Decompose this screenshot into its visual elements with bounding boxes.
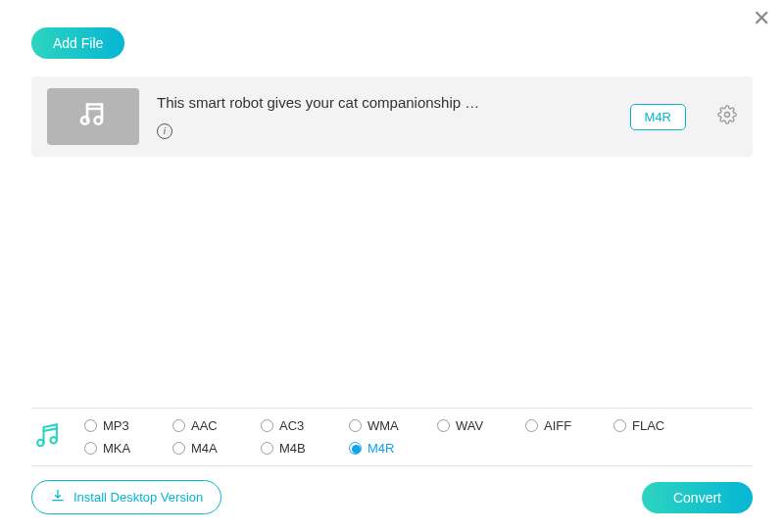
radio-circle [349, 442, 362, 455]
gear-icon[interactable] [717, 105, 737, 128]
format-radio-wma[interactable]: WMA [349, 418, 437, 433]
format-panel: MP3AACAC3WMAWAVAIFFFLACMKAM4AM4BM4R [31, 408, 753, 466]
format-radio-aiff[interactable]: AIFF [525, 418, 613, 433]
format-radio-mp3[interactable]: MP3 [84, 418, 172, 433]
radio-circle [613, 419, 626, 432]
file-row: This smart robot gives your cat companio… [31, 76, 753, 157]
output-format-badge[interactable]: M4R [630, 104, 686, 130]
radio-circle [261, 442, 273, 455]
convert-button[interactable]: Convert [642, 482, 753, 513]
music-note-icon [31, 419, 63, 455]
format-radio-wav[interactable]: WAV [437, 418, 525, 433]
radio-circle [261, 419, 273, 432]
radio-circle [84, 442, 97, 455]
format-radio-label: WAV [456, 418, 483, 433]
format-radio-label: AAC [191, 418, 218, 433]
format-radio-label: M4R [368, 441, 394, 456]
close-icon[interactable]: ✕ [753, 8, 770, 29]
format-radio-label: MP3 [103, 418, 129, 433]
radio-circle [349, 419, 362, 432]
format-radio-m4b[interactable]: M4B [261, 441, 349, 456]
music-note-icon [75, 97, 111, 136]
svg-point-0 [725, 113, 730, 118]
format-radio-label: AC3 [279, 418, 304, 433]
radio-circle [84, 419, 97, 432]
file-title: This smart robot gives your cat companio… [157, 94, 612, 111]
radio-circle [525, 419, 538, 432]
download-icon [50, 488, 66, 507]
format-radio-label: AIFF [544, 418, 571, 433]
format-radio-mka[interactable]: MKA [84, 441, 172, 456]
format-radio-label: M4A [191, 441, 218, 456]
add-file-button[interactable]: Add File [31, 27, 124, 59]
install-desktop-label: Install Desktop Version [74, 490, 203, 505]
install-desktop-button[interactable]: Install Desktop Version [31, 480, 221, 514]
radio-circle [172, 442, 185, 455]
format-radio-m4r[interactable]: M4R [349, 441, 437, 456]
radio-circle [172, 419, 185, 432]
info-icon[interactable]: i [157, 123, 172, 139]
format-radio-label: M4B [279, 441, 306, 456]
radio-circle [437, 419, 450, 432]
format-radio-flac[interactable]: FLAC [613, 418, 702, 433]
format-radio-label: FLAC [632, 418, 664, 433]
format-radio-label: MKA [103, 441, 130, 456]
format-radio-aac[interactable]: AAC [172, 418, 261, 433]
file-thumbnail [47, 88, 139, 145]
format-radio-m4a[interactable]: M4A [172, 441, 261, 456]
format-radio-ac3[interactable]: AC3 [261, 418, 349, 433]
format-radio-label: WMA [368, 418, 399, 433]
